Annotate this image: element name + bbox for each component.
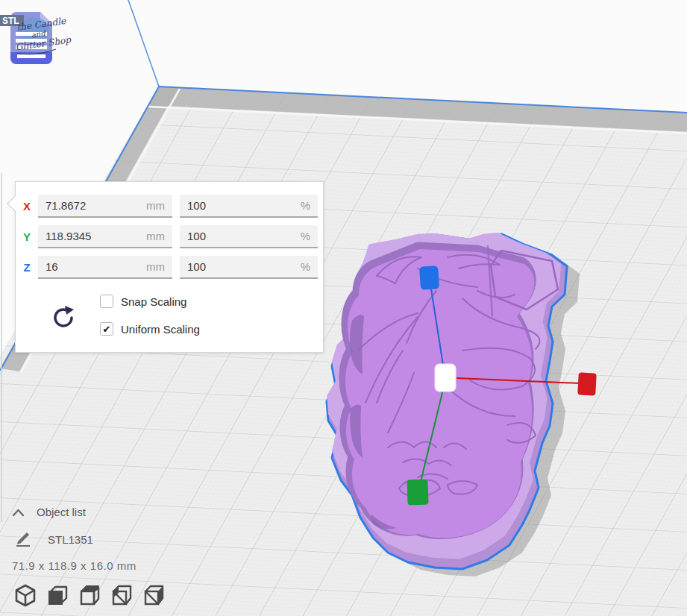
object-name: STL1351 <box>48 533 93 546</box>
scale-tool-panel: X 71.8672 mm 100 % Y 118.9345 mm 100 % Z… <box>15 181 324 353</box>
uniform-scaling-checkmark: ✔ <box>103 324 111 335</box>
x-size-input[interactable]: 71.8672 mm <box>38 195 172 218</box>
y-size-unit: mm <box>146 230 165 242</box>
cube-3d-icon <box>14 584 37 607</box>
y-axis-label: Y <box>16 230 38 243</box>
x-size-unit: mm <box>146 199 165 212</box>
shop-logo: STL the Candle and Glitter Shop <box>0 1 72 73</box>
reset-scale-button[interactable] <box>47 301 80 334</box>
snap-scaling-label: Snap Scaling <box>121 295 186 308</box>
x-percent-unit: % <box>301 199 310 212</box>
model-cavity-floor <box>345 249 534 538</box>
z-axis-label: Z <box>16 261 38 274</box>
uniform-scaling-label: Uniform Scaling <box>121 323 200 336</box>
y-percent-input[interactable]: 100 % <box>180 225 318 248</box>
reset-icon <box>47 301 80 334</box>
scale-handle-y[interactable] <box>407 480 428 506</box>
y-percent-value: 100 <box>187 230 206 242</box>
view-right-button[interactable] <box>142 583 166 607</box>
cube-front-icon <box>46 584 69 607</box>
x-size-value: 71.8672 <box>46 199 86 212</box>
scale-handle-x[interactable] <box>577 372 597 395</box>
snap-scaling-checkbox[interactable] <box>100 295 113 308</box>
z-percent-unit: % <box>301 260 310 273</box>
z-percent-input[interactable]: 100 % <box>180 256 318 279</box>
panel-arrow-notch <box>7 195 16 213</box>
object-dimensions: 71.9 x 118.9 x 16.0 mm <box>12 559 137 572</box>
z-size-unit: mm <box>146 260 165 273</box>
object-list-title: Object list <box>37 506 86 518</box>
x-percent-input[interactable]: 100 % <box>180 195 318 218</box>
view-left-button[interactable] <box>110 583 134 607</box>
scale-handle-center[interactable] <box>435 364 456 392</box>
y-percent-unit: % <box>301 230 310 242</box>
view-3d-button[interactable] <box>13 583 37 607</box>
y-size-input[interactable]: 118.9345 mm <box>38 225 172 248</box>
object-list-header[interactable]: Object list <box>12 506 86 518</box>
x-axis-label: X <box>16 200 38 213</box>
cube-left-icon <box>110 584 133 607</box>
uniform-scaling-checkbox[interactable]: ✔ <box>100 322 113 336</box>
cube-top-icon <box>78 584 101 607</box>
z-percent-value: 100 <box>187 260 206 273</box>
cube-right-icon <box>142 584 165 607</box>
pencil-icon <box>15 531 33 547</box>
chevron-up-icon <box>12 508 25 517</box>
z-size-input[interactable]: 16 mm <box>38 256 172 279</box>
x-percent-value: 100 <box>187 199 206 212</box>
z-size-value: 16 <box>46 260 58 273</box>
scale-handle-z[interactable] <box>419 265 439 290</box>
view-top-button[interactable] <box>78 583 101 607</box>
camera-view-toolbar <box>13 583 166 607</box>
y-size-value: 118.9345 <box>46 230 91 242</box>
view-front-button[interactable] <box>46 583 69 607</box>
object-list-item[interactable]: STL1351 <box>15 531 93 547</box>
